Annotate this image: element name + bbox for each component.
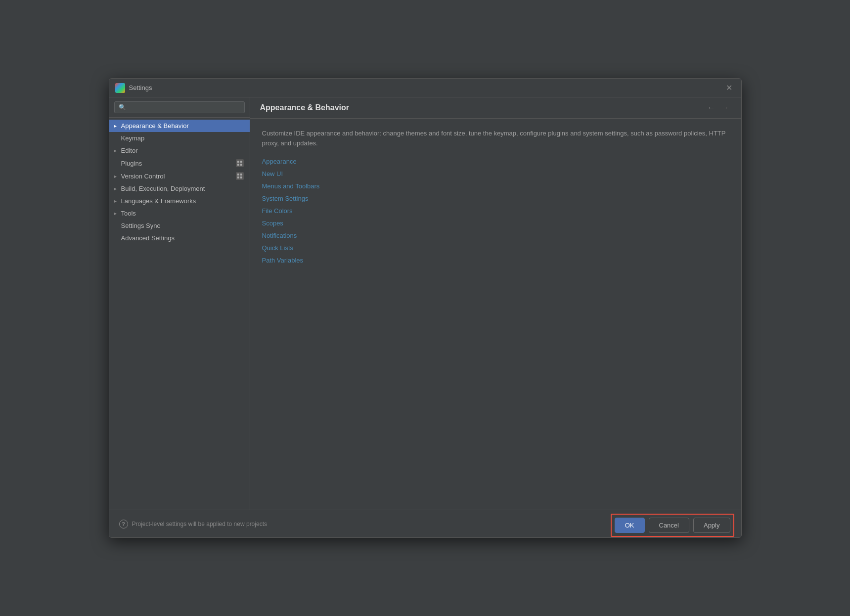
chevron-icon: ▸ [114,186,121,191]
sidebar-item-settings-sync[interactable]: Settings Sync [109,220,250,232]
nav-arrows: ← → [706,102,731,113]
bottom-info: ? Project-level settings will be applied… [119,520,611,528]
sidebar-item-build-execution-deployment[interactable]: ▸Build, Execution, Deployment [109,182,250,195]
link-scopes[interactable]: Scopes [262,220,729,227]
svg-rect-7 [240,176,242,178]
sidebar-item-label: Keymap [121,134,244,142]
sidebar-item-label: Advanced Settings [121,234,244,242]
svg-rect-3 [240,164,242,166]
link-quick-lists[interactable]: Quick Lists [262,244,729,252]
nav-tree: ▸Appearance & BehaviorKeymap▸EditorPlugi… [109,118,250,510]
main-content: Appearance & Behavior ← → Customize IDE … [250,97,741,510]
sidebar-item-appearance-behavior[interactable]: ▸Appearance & Behavior [109,120,250,132]
sidebar-item-plugins[interactable]: Plugins [109,157,250,170]
help-icon[interactable]: ? [119,520,128,528]
chevron-icon: ▸ [114,198,121,204]
settings-dialog: Settings ✕ ▸Appearance & BehaviorKeymap▸… [109,78,742,538]
sidebar-item-label: Languages & Frameworks [121,197,244,205]
content-body: Customize IDE appearance and behavior: c… [250,119,741,510]
search-input[interactable] [114,101,245,113]
bottom-buttons-wrapper: OK Cancel Apply [611,514,734,537]
link-new-ui[interactable]: New UI [262,170,729,177]
sidebar-item-label: Version Control [121,173,236,180]
forward-arrow[interactable]: → [719,102,731,113]
bottom-bar: ? Project-level settings will be applied… [109,510,741,537]
search-bar [109,97,250,118]
content-header: Appearance & Behavior ← → [250,97,741,119]
sidebar-item-advanced-settings[interactable]: Advanced Settings [109,232,250,244]
sidebar-item-editor[interactable]: ▸Editor [109,144,250,157]
link-notifications[interactable]: Notifications [262,232,729,239]
chevron-icon: ▸ [114,148,121,153]
link-system-settings[interactable]: System Settings [262,195,729,202]
link-appearance[interactable]: Appearance [262,158,729,165]
sidebar-item-label: Settings Sync [121,222,244,229]
chevron-icon: ▸ [114,211,121,216]
sidebar-item-label: Tools [121,210,244,217]
ok-button[interactable]: OK [615,518,645,533]
sidebar-item-label: Editor [121,147,244,154]
sidebar: ▸Appearance & BehaviorKeymap▸EditorPlugi… [109,97,250,510]
app-icon [115,83,125,93]
sidebar-item-label: Plugins [121,160,236,167]
link-path-variables[interactable]: Path Variables [262,257,729,264]
sidebar-item-languages-frameworks[interactable]: ▸Languages & Frameworks [109,195,250,207]
bottom-info-text: Project-level settings will be applied t… [132,521,267,528]
title-bar: Settings ✕ [109,79,741,97]
badge-icon [236,172,244,180]
content-title: Appearance & Behavior [260,103,706,112]
svg-rect-2 [237,164,239,166]
links-list: AppearanceNew UIMenus and ToolbarsSystem… [262,158,729,264]
link-menus-toolbars[interactable]: Menus and Toolbars [262,182,729,190]
svg-rect-0 [237,161,239,163]
sidebar-item-tools[interactable]: ▸Tools [109,207,250,220]
badge-icon [236,159,244,167]
svg-rect-1 [240,161,242,163]
sidebar-item-label: Appearance & Behavior [121,122,244,130]
content-description: Customize IDE appearance and behavior: c… [262,129,729,148]
svg-rect-4 [237,174,239,176]
apply-button[interactable]: Apply [693,518,730,533]
back-arrow[interactable]: ← [706,102,717,113]
sidebar-item-keymap[interactable]: Keymap [109,132,250,144]
link-file-colors[interactable]: File Colors [262,207,729,215]
svg-rect-5 [240,174,242,176]
dialog-title: Settings [129,84,723,91]
close-button[interactable]: ✕ [723,82,735,93]
dialog-body: ▸Appearance & BehaviorKeymap▸EditorPlugi… [109,97,741,510]
svg-rect-6 [237,176,239,178]
chevron-icon: ▸ [114,174,121,179]
sidebar-item-version-control[interactable]: ▸Version Control [109,170,250,182]
cancel-button[interactable]: Cancel [649,518,689,533]
chevron-icon: ▸ [114,123,121,129]
sidebar-item-label: Build, Execution, Deployment [121,185,244,192]
